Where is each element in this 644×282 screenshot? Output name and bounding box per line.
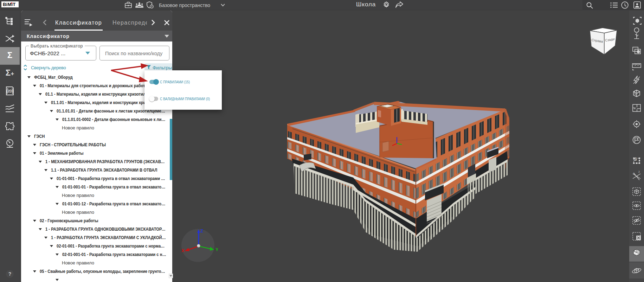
svg-text:S: S [634,156,637,162]
svg-text:X: X [181,248,185,253]
svg-text:Y: Y [215,247,218,252]
svg-text:Z: Z [200,228,203,233]
svg-text:1: 1 [633,172,635,175]
svg-text:2D: 2D [7,89,12,93]
svg-text:2: 2 [638,171,640,173]
